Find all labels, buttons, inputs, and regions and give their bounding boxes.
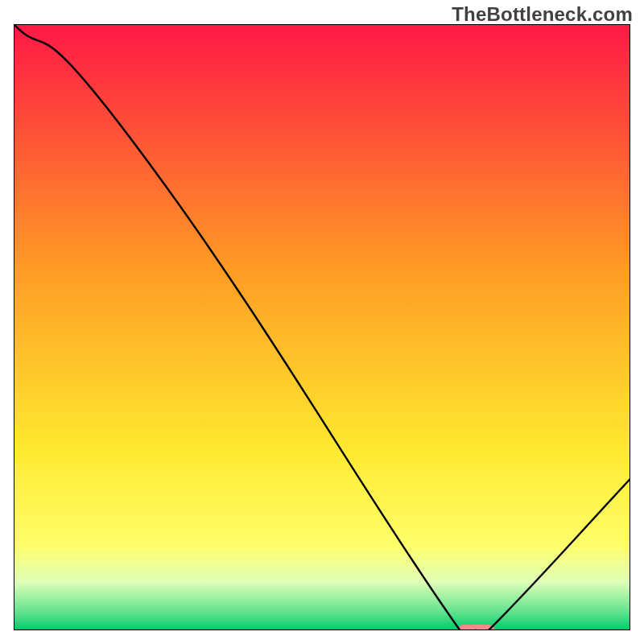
bottleneck-chart (14, 24, 630, 630)
watermark-text: TheBottleneck.com (452, 3, 633, 26)
chart-background (14, 24, 630, 630)
chart-svg (14, 24, 630, 630)
chart-container: TheBottleneck.com (0, 0, 644, 644)
